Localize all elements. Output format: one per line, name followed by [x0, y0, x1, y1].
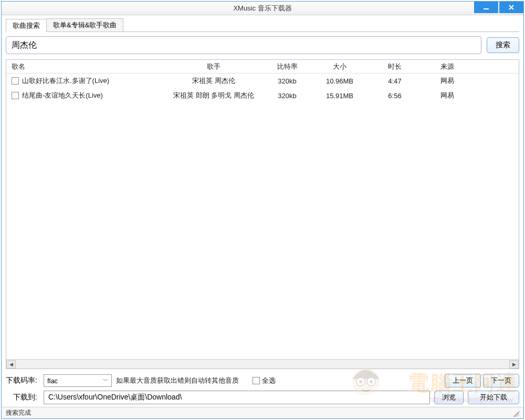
chevron-down-icon: ﹀ [103, 377, 108, 384]
bitrate-value: flac [47, 377, 58, 385]
bitrate-select[interactable]: flac ﹀ [44, 374, 112, 387]
cell-size: 15.91MB [311, 92, 369, 100]
cell-bitrate: 320kb [264, 92, 311, 100]
tab-song-search[interactable]: 歌曲搜索 [6, 19, 47, 32]
start-download-button[interactable]: 开始下载 [468, 391, 519, 404]
scroll-left-icon[interactable]: ◀ [6, 360, 16, 369]
bitrate-note: 如果最大音质获取出错则自动转其他音质 [116, 376, 239, 385]
search-row: 搜索 [6, 36, 519, 54]
pagination: 上一页 下一页 [445, 374, 519, 387]
download-path-input[interactable] [44, 391, 430, 404]
horizontal-scrollbar[interactable]: ◀ ▶ [6, 359, 519, 369]
cell-duration: 4:47 [369, 77, 421, 85]
search-button[interactable]: 搜索 [487, 37, 519, 53]
table-row[interactable]: 山歌好比春江水.多谢了(Live) 宋祖英 周杰伦 320kb 10.96MB … [6, 74, 519, 88]
window-controls [474, 2, 523, 13]
bottom-panel: 下载码率: flac ﹀ 如果最大音质获取出错则自动转其他音质 全选 上一页 下… [2, 369, 523, 407]
search-input[interactable] [6, 36, 481, 54]
tab-bar: 歌曲搜索 歌单&专辑&歌手歌曲 [6, 18, 519, 32]
select-all-label: 全选 [262, 376, 276, 385]
next-page-button[interactable]: 下一页 [483, 374, 519, 387]
scroll-track[interactable] [16, 360, 509, 369]
tab-playlist-album[interactable]: 歌单&专辑&歌手歌曲 [46, 18, 123, 32]
download-path-row: 下载到: 浏览 开始下载 [6, 389, 519, 406]
col-header-size[interactable]: 大小 [311, 62, 369, 71]
col-header-bitrate[interactable]: 比特率 [264, 62, 311, 71]
row-checkbox[interactable] [12, 92, 19, 99]
statusbar: 搜索完成 [2, 407, 523, 418]
scroll-right-icon[interactable]: ▶ [509, 360, 519, 369]
table-header: 歌名 歌手 比特率 大小 时长 来源 [6, 60, 519, 74]
col-header-duration[interactable]: 时长 [369, 62, 421, 71]
cell-artist: 宋祖英 周杰伦 [164, 76, 264, 86]
col-header-source[interactable]: 来源 [421, 62, 474, 71]
content-area: 歌曲搜索 歌单&专辑&歌手歌曲 搜索 歌名 歌手 比特率 大小 时长 来源 山歌… [2, 15, 523, 369]
cell-name: 山歌好比春江水.多谢了(Live) [22, 76, 109, 86]
prev-page-button[interactable]: 上一页 [445, 374, 481, 387]
cell-name: 结尾曲-友谊地久天长(Live) [22, 91, 103, 100]
table-row[interactable]: 结尾曲-友谊地久天长(Live) 宋祖英 郎朗 多明戈 周杰伦 320kb 15… [6, 88, 519, 103]
browse-button[interactable]: 浏览 [434, 391, 464, 404]
minimize-button[interactable] [474, 2, 498, 13]
cell-source: 网易 [421, 76, 474, 86]
status-text: 搜索完成 [6, 408, 31, 417]
resize-grip-icon[interactable] [512, 410, 519, 417]
row-checkbox[interactable] [12, 77, 19, 85]
svg-rect-0 [484, 8, 489, 9]
close-button[interactable] [499, 2, 523, 13]
download-to-label: 下载到: [13, 393, 37, 402]
titlebar: XMusic 音乐下载器 [2, 2, 523, 15]
table-body: 山歌好比春江水.多谢了(Live) 宋祖英 周杰伦 320kb 10.96MB … [6, 74, 519, 359]
cell-duration: 6:56 [369, 92, 421, 100]
cell-size: 10.96MB [311, 77, 369, 85]
cell-source: 网易 [421, 91, 474, 100]
bitrate-label: 下载码率: [6, 376, 37, 385]
window-title: XMusic 音乐下载器 [2, 4, 523, 13]
cell-bitrate: 320kb [264, 77, 311, 85]
bitrate-row: 下载码率: flac ﹀ 如果最大音质获取出错则自动转其他音质 全选 上一页 下… [6, 372, 519, 389]
col-header-name[interactable]: 歌名 [6, 62, 164, 71]
app-window: XMusic 音乐下载器 歌曲搜索 歌单&专辑&歌手歌曲 搜索 歌名 歌手 比特… [1, 1, 524, 419]
cell-artist: 宋祖英 郎朗 多明戈 周杰伦 [164, 91, 264, 100]
select-all-checkbox[interactable] [253, 377, 260, 384]
select-all-wrap: 全选 [253, 376, 276, 385]
col-header-artist[interactable]: 歌手 [164, 62, 264, 71]
results-table: 歌名 歌手 比特率 大小 时长 来源 山歌好比春江水.多谢了(Live) 宋祖英… [6, 59, 519, 369]
